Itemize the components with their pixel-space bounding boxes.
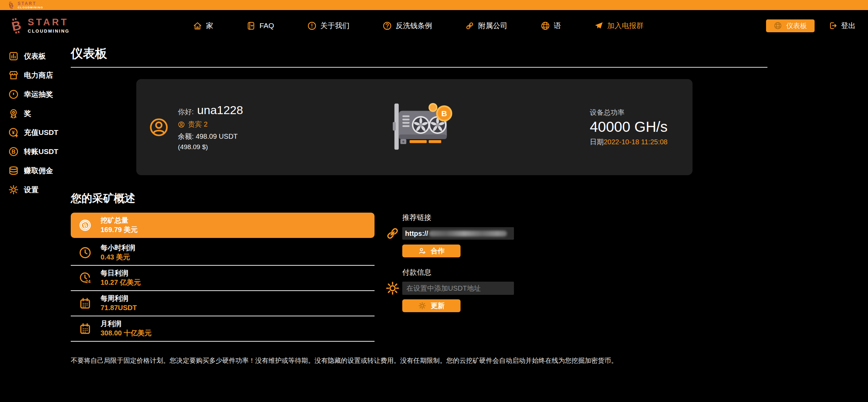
stat-value: 10.27 亿美元 (101, 278, 141, 287)
page-title: 仪表板 (71, 45, 767, 68)
home-icon (193, 21, 202, 31)
nav-item-language[interactable]: 语 (541, 21, 561, 31)
stat-label: 每小时利润 (101, 243, 135, 252)
mining-stats-list: 挖矿总量 169.79 美元 每小时利润 0.43 美元 (71, 213, 375, 342)
sidebar-item-label: 设置 (24, 185, 38, 195)
telegram-plane-icon (594, 21, 603, 31)
referral-payment-panel: 推荐链接 https:// 合作 (383, 213, 514, 342)
nav-item-about-us[interactable]: 关于我们 (307, 21, 350, 31)
bar-chart-icon (8, 51, 19, 61)
stat-row-weekly-profit[interactable]: 每周利润 71.87USDT (71, 291, 375, 316)
referral-link-field[interactable]: https:// (402, 227, 514, 240)
mining-overview-title: 您的采矿概述 (71, 191, 868, 206)
sidebar-item-earn-commission[interactable]: 赚取佣金 (8, 165, 66, 176)
nav-item-home[interactable]: 家 (193, 21, 213, 31)
sidebar-item-label: 幸运抽奖 (24, 89, 53, 99)
sidebar-item-award[interactable]: 奖 (8, 108, 66, 119)
referral-link-prefix: https:// (405, 230, 428, 238)
nav-item-join-telegram[interactable]: 加入电报群 (594, 21, 644, 31)
topbar-brand-logo[interactable]: START CLOUDMINING (8, 1, 43, 9)
user-info-block: 你好: una1228 贵宾 2 余额: 498.09 USDT (498.09… (149, 103, 243, 151)
vip-badge: 贵宾 2 (178, 120, 243, 129)
partner-button-label: 合作 (431, 246, 445, 256)
faq-book-icon (246, 21, 256, 31)
payment-info-label: 付款信息 (402, 267, 431, 277)
nav-item-affiliate[interactable]: 附属公司 (465, 21, 507, 31)
gear-icon (8, 185, 19, 195)
store-icon (8, 70, 19, 80)
stat-value: 71.87USDT (101, 303, 137, 312)
partner-button[interactable]: 合作 (402, 245, 461, 257)
nav-item-aml-policy[interactable]: 反洗钱条例 (383, 21, 432, 31)
stat-row-total-mined[interactable]: 挖矿总量 169.79 美元 (71, 213, 375, 238)
navbar-brand-logo[interactable]: START CLOUDMINING (9, 17, 123, 34)
navbar-brand-subtitle: CLOUDMINING (28, 28, 70, 34)
sidebar-item-label: 充值USDT (24, 128, 58, 137)
power-label: 设备总功率 (590, 108, 668, 117)
bitcoin-icon (79, 219, 92, 232)
referral-label: 推荐链接 (402, 213, 431, 222)
nav-item-label: 语 (554, 21, 561, 31)
date-value: 2022-10-18 11:25:08 (604, 138, 668, 146)
stat-value: 308.00 十亿美元 (101, 329, 152, 337)
sidebar-item-power-store[interactable]: 电力商店 (8, 70, 66, 80)
navbar-brand-name: START (28, 18, 70, 27)
stat-value: 0.43 美元 (101, 253, 135, 262)
gear-icon (418, 302, 426, 310)
dashboard-button[interactable]: 仪表板 (766, 19, 815, 32)
usdt-address-input[interactable] (402, 282, 514, 295)
clock-icon (79, 246, 92, 259)
globe-icon (774, 22, 782, 30)
topbar-brand-name: START (18, 1, 43, 6)
stat-label: 每日利润 (101, 269, 141, 277)
sidebar-item-lucky-draw[interactable]: 幸运抽奖 (8, 89, 66, 100)
info-circle-icon (307, 21, 317, 31)
balance-usd: (498.09 $) (178, 143, 243, 151)
power-value: 40000 GH/s (590, 119, 668, 135)
question-circle-icon (383, 21, 392, 31)
lucky-draw-icon (8, 89, 19, 100)
balance-line: 余额: 498.09 USDT (178, 132, 243, 141)
logout-button[interactable]: 登出 (828, 21, 856, 31)
nav-item-label: 反洗钱条例 (396, 21, 432, 31)
chain-link-icon (465, 21, 474, 31)
balance-label: 余额: (178, 132, 194, 140)
balance-value: 498.09 USDT (196, 132, 238, 140)
nav-right-actions: 仪表板 登出 (766, 19, 856, 32)
calendar-icon (79, 322, 92, 335)
nav-menu: 家 FAQ 关于我们 反洗钱条例 附属公司 语 (193, 21, 644, 31)
logout-label: 登出 (841, 21, 856, 31)
stat-row-monthly-profit[interactable]: 月利润 308.00 十亿美元 (71, 316, 375, 342)
bitcoin-circle-icon (8, 146, 19, 157)
nav-item-faq[interactable]: FAQ (246, 21, 274, 31)
sidebar-item-dashboard[interactable]: 仪表板 (8, 51, 66, 61)
svg-text:B: B (441, 109, 447, 118)
date-label: 日期 (590, 138, 604, 146)
blurred-link-text (429, 231, 507, 237)
greeting-label: 你好: (178, 107, 194, 117)
coins-icon (8, 165, 19, 176)
chain-link-icon (385, 226, 400, 241)
sidebar: 仪表板 电力商店 幸运抽奖 奖 充值USDT 转账USDT (0, 41, 66, 365)
dashboard-button-label: 仪表板 (786, 21, 807, 31)
stat-row-hourly-profit[interactable]: 每小时利润 0.43 美元 (71, 240, 375, 266)
gpu-illustration: B (390, 100, 456, 154)
gpu-graphic-icon: B (390, 100, 456, 153)
sidebar-item-transfer-usdt[interactable]: 转账USDT (8, 146, 66, 157)
stat-row-daily-profit[interactable]: 每日利润 10.27 亿美元 (71, 266, 375, 291)
nav-item-label: 加入电报群 (607, 21, 644, 31)
update-button[interactable]: 更新 (402, 299, 461, 312)
vip-avatar-icon (178, 121, 185, 128)
sidebar-item-deposit-usdt[interactable]: 充值USDT (8, 127, 66, 138)
app-window: START CLOUDMINING START CLOUDMINING 家 FA… (0, 0, 868, 402)
stat-label: 月利润 (101, 319, 152, 328)
sidebar-item-label: 电力商店 (24, 70, 53, 80)
date-line: 日期2022-10-18 11:25:08 (590, 137, 668, 147)
sidebar-item-label: 赚取佣金 (24, 166, 53, 176)
logout-icon (828, 21, 837, 30)
topbar-brand-subtitle: CLOUDMINING (18, 6, 43, 9)
nav-item-label: 附属公司 (478, 21, 507, 31)
sidebar-item-settings[interactable]: 设置 (8, 185, 66, 195)
deposit-yen-icon (8, 127, 19, 138)
main-content: 仪表板 你好: una1228 贵宾 2 (66, 41, 868, 365)
